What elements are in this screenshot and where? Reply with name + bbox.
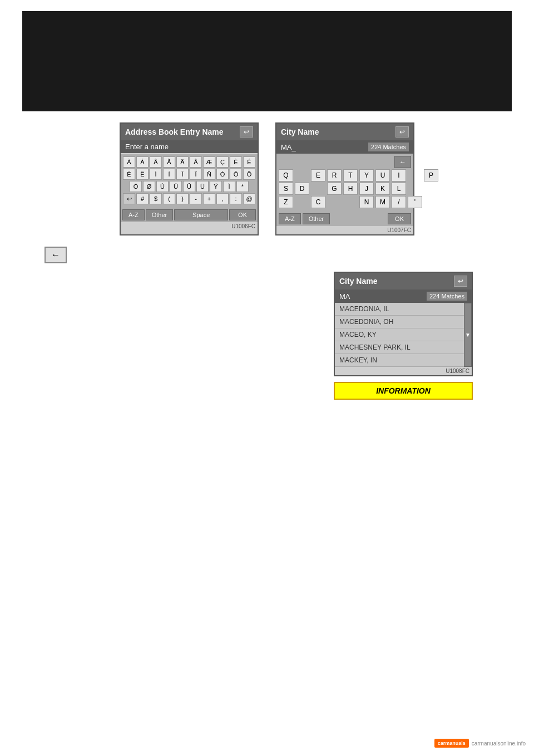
key-asterisk[interactable]: *	[236, 181, 249, 192]
key-open-paren[interactable]: (	[163, 193, 175, 204]
key-return[interactable]: ↩	[123, 193, 135, 204]
screen1-id: U1006FC	[121, 222, 258, 230]
key-E[interactable]: E	[311, 169, 325, 181]
screen1-ok-btn[interactable]: OK	[229, 209, 256, 220]
key-U-circ[interactable]: Û	[183, 181, 195, 192]
key-close-paren[interactable]: )	[176, 193, 189, 204]
key-O-acute[interactable]: Ó	[216, 169, 229, 180]
city-item-1[interactable]: MACEDONIA, OH	[335, 316, 464, 328]
key-E-acute[interactable]: É	[243, 156, 255, 168]
key-G[interactable]: G	[327, 183, 342, 195]
key-T[interactable]: T	[343, 169, 358, 181]
screen2-id: U1007FC	[276, 226, 413, 234]
key-U-acute[interactable]: Ú	[170, 181, 182, 192]
key-O-uml[interactable]: Ö	[130, 181, 142, 192]
screen2-input-bar: MA_ 224 Matches	[276, 140, 413, 154]
key-colon[interactable]: :	[230, 193, 242, 204]
key-slash[interactable]: /	[392, 196, 406, 208]
key-apostrophe[interactable]: '	[408, 196, 422, 208]
screen2-back-btn[interactable]: ↩	[395, 126, 409, 138]
info-box-label: INFORMATION	[376, 386, 431, 395]
key-O-circ[interactable]: Ô	[230, 169, 242, 180]
key-O-tilde[interactable]: Õ	[243, 169, 255, 180]
screen2-row2: S D G H J K L	[279, 183, 411, 195]
screen2-other-btn[interactable]: Other	[303, 213, 330, 224]
key-U[interactable]: U	[375, 169, 390, 181]
key-A-uml[interactable]: Ä	[176, 156, 189, 168]
watermark-area: carmanuals carmanualsonline.info	[434, 739, 526, 748]
key-I-grave2[interactable]: Ì	[223, 181, 235, 192]
screen2-header: City Name ↩	[276, 124, 413, 140]
key-Q[interactable]: Q	[279, 169, 293, 181]
screen1-header: Address Book Entry Name ↩	[121, 124, 258, 140]
screen1-az-btn[interactable]: A-Z	[122, 209, 145, 220]
key-Z[interactable]: Z	[279, 196, 293, 208]
key-E-circ[interactable]: Ê	[123, 169, 135, 180]
key-A-tilde[interactable]: Ã	[163, 156, 175, 168]
key-I-circ[interactable]: Î	[176, 169, 189, 180]
key-R[interactable]: R	[327, 169, 342, 181]
key-N-tilde[interactable]: Ñ	[203, 169, 215, 180]
screen2-bottom-bar: A-Z Other OK	[276, 212, 413, 226]
screen2-row3: Z C N M / '	[279, 196, 411, 208]
key-hash[interactable]: #	[136, 193, 149, 204]
key-AE[interactable]: Æ	[203, 156, 215, 168]
back-arrow-container: ←	[44, 247, 512, 263]
key-Y-acute[interactable]: Ý	[210, 181, 222, 192]
screen1-other-btn[interactable]: Other	[146, 209, 174, 220]
key-K[interactable]: K	[375, 183, 390, 195]
key-comma[interactable]: ,	[216, 193, 229, 204]
city-item-2[interactable]: MACEO, KY	[335, 328, 464, 341]
key-J[interactable]: J	[359, 183, 374, 195]
key-plus[interactable]: +	[203, 193, 215, 204]
screen1-key-row-4: ↩ # $ ( ) - + , : @	[123, 193, 255, 204]
scroll-indicator[interactable]: ▼	[464, 303, 472, 367]
screen1-space-btn[interactable]: Space	[174, 209, 228, 220]
screen2-backspace-btn[interactable]: ←	[394, 156, 411, 168]
screen2-ok-btn[interactable]: OK	[388, 213, 411, 224]
key-H[interactable]: H	[343, 183, 358, 195]
key-N[interactable]: N	[359, 196, 374, 208]
key-L[interactable]: L	[392, 183, 406, 195]
city-item-3[interactable]: MACHESNEY PARK, IL	[335, 341, 464, 354]
key-empty-4	[295, 196, 309, 208]
key-I-uml[interactable]: Ï	[190, 169, 202, 180]
screen2-az-btn[interactable]: A-Z	[279, 213, 301, 224]
key-A-circ[interactable]: Â	[150, 156, 162, 168]
screen1-keyboard: À Á Â Ã Ä Å Æ Ç È É Ê Ë Ì Í Î	[121, 154, 258, 208]
key-I-acute[interactable]: Í	[163, 169, 175, 180]
key-I[interactable]: I	[392, 169, 406, 181]
key-A-ring[interactable]: Å	[190, 156, 202, 168]
key-minus[interactable]: -	[190, 193, 202, 204]
screen1-input-bar: Enter a name	[121, 140, 258, 153]
key-Y[interactable]: Y	[359, 169, 374, 181]
screen1-back-btn[interactable]: ↩	[240, 126, 253, 138]
key-dollar[interactable]: $	[150, 193, 162, 204]
key-P[interactable]: P	[424, 169, 438, 181]
key-empty-2	[408, 169, 422, 181]
key-D[interactable]: D	[295, 183, 309, 195]
key-A-grave[interactable]: À	[123, 156, 135, 168]
key-at[interactable]: @	[243, 193, 255, 204]
key-O-stroke[interactable]: Ø	[143, 181, 155, 192]
key-C[interactable]: C	[311, 196, 325, 208]
screen3-back-btn[interactable]: ↩	[454, 276, 467, 287]
key-E-grave[interactable]: È	[230, 156, 242, 168]
standalone-back-arrow-btn[interactable]: ←	[44, 247, 67, 263]
key-A-acute[interactable]: Á	[136, 156, 149, 168]
screen3-input-text: MA	[339, 292, 350, 301]
screen3-matches: 224 Matches	[427, 292, 467, 301]
key-E-uml[interactable]: Ë	[136, 169, 149, 180]
screen1-bottom-bar: A-Z Other Space OK	[121, 208, 258, 222]
key-C-cedil[interactable]: Ç	[216, 156, 229, 168]
city-item-0[interactable]: MACEDONIA, IL	[335, 303, 464, 316]
city-item-4[interactable]: MACKEY, IN	[335, 354, 464, 367]
key-I-grave[interactable]: Ì	[150, 169, 162, 180]
key-M[interactable]: M	[375, 196, 390, 208]
watermark-text: carmanualsonline.info	[472, 740, 526, 747]
key-U-uml[interactable]: Ü	[196, 181, 209, 192]
key-U-grave[interactable]: Ù	[156, 181, 169, 192]
top-black-area	[22, 11, 512, 111]
key-S[interactable]: S	[279, 183, 293, 195]
screen-address-book: Address Book Entry Name ↩ Enter a name À…	[120, 122, 259, 235]
